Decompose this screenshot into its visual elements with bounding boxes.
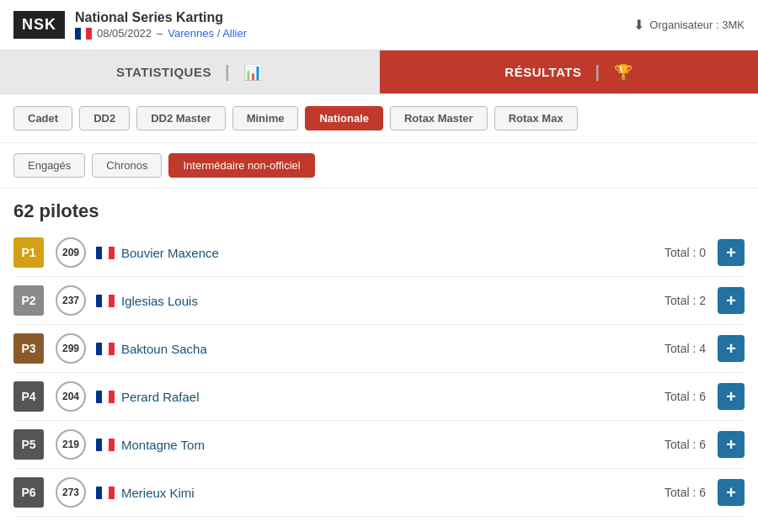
download-icon: ⬇ [633, 17, 644, 33]
pilot-flag [96, 391, 115, 403]
date-separator: – [157, 27, 163, 40]
statistiques-icon: 📊 [243, 63, 263, 82]
position-badge: P3 [13, 333, 44, 364]
expand-button[interactable]: + [718, 431, 745, 458]
result-row: P4204Perard RafaelTotal : 6+ [13, 373, 745, 421]
pipe-divider: | [225, 62, 230, 82]
expand-button[interactable]: + [718, 335, 745, 362]
header-left: NSK National Series Karting 08/05/2022 –… [13, 10, 247, 40]
result-row: P1209Bouvier MaxenceTotal : 0+ [13, 229, 745, 277]
bib-number: 237 [56, 285, 86, 316]
france-flag [75, 28, 92, 40]
organizer-label: Organisateur : 3MK [649, 19, 745, 31]
pilot-name: Montagne Tom [121, 438, 665, 452]
pilot-total: Total : 6 [665, 390, 706, 403]
result-row: P2237Iglesias LouisTotal : 2+ [13, 277, 745, 325]
pilot-total: Total : 4 [665, 342, 706, 355]
category-tab-minime[interactable]: Minime [232, 106, 299, 130]
nsk-logo: NSK [13, 11, 65, 39]
pilots-count: 62 pilotes [0, 189, 758, 229]
event-title: National Series Karting [75, 10, 247, 25]
bib-number: 219 [56, 429, 86, 460]
pilot-flag [96, 343, 115, 355]
event-info: National Series Karting 08/05/2022 – Var… [75, 10, 247, 40]
pilot-name: Bouvier Maxence [121, 246, 665, 260]
pilot-total: Total : 0 [665, 246, 706, 259]
category-tab-dd2[interactable]: DD2 [79, 106, 130, 130]
pilot-name: Merieux Kimi [121, 486, 665, 500]
bib-number: 209 [56, 237, 86, 268]
category-tab-nationale[interactable]: Nationale [305, 106, 383, 130]
category-tab-rotaxmaster[interactable]: Rotax Master [390, 106, 488, 130]
category-tabs: CadetDD2DD2 MasterMinimeNationaleRotax M… [0, 94, 758, 143]
sub-tab-intermediaire[interactable]: Intermédaire non-officiel [168, 153, 314, 178]
bib-number: 299 [56, 333, 86, 364]
pilot-name: Perard Rafael [121, 390, 665, 404]
expand-button[interactable]: + [718, 287, 745, 314]
result-row: P6273Merieux KimiTotal : 6+ [13, 469, 745, 517]
event-date: 08/05/2022 [97, 27, 152, 40]
pilot-total: Total : 2 [665, 294, 706, 307]
results-list: P1209Bouvier MaxenceTotal : 0+P2237Igles… [0, 229, 758, 517]
category-tab-dd2master[interactable]: DD2 Master [136, 106, 226, 130]
bib-number: 273 [56, 477, 86, 508]
pilot-flag [96, 487, 115, 499]
resultats-label: RÉSULTATS [504, 65, 581, 79]
pipe-divider-2: | [595, 62, 601, 82]
position-badge: P4 [13, 381, 44, 412]
pilot-flag [96, 295, 115, 307]
bib-number: 204 [56, 381, 86, 412]
position-badge: P1 [13, 237, 44, 268]
pilot-flag [96, 247, 115, 259]
position-badge: P6 [13, 477, 44, 508]
tab-resultats[interactable]: RÉSULTATS | 🏆 [380, 51, 759, 93]
main-tab-bar: STATISTIQUES | 📊 RÉSULTATS | 🏆 [0, 51, 758, 94]
pilot-name: Baktoun Sacha [121, 342, 665, 356]
result-row: P3299Baktoun SachaTotal : 4+ [13, 325, 745, 373]
position-badge: P2 [13, 285, 44, 316]
pilot-name: Iglesias Louis [121, 294, 665, 308]
result-row: P5219Montagne TomTotal : 6+ [13, 421, 745, 469]
category-tab-cadet[interactable]: Cadet [13, 106, 72, 130]
event-location-link[interactable]: Varennes / Allier [168, 27, 247, 40]
sub-tabs: EngagésChronosIntermédaire non-officiel [0, 143, 758, 189]
sub-tab-chronos[interactable]: Chronos [92, 153, 162, 178]
statistiques-label: STATISTIQUES [116, 65, 211, 79]
event-detail: 08/05/2022 – Varennes / Allier [75, 27, 247, 40]
position-badge: P5 [13, 429, 44, 460]
expand-button[interactable]: + [718, 479, 745, 506]
category-tab-rotaxmax[interactable]: Rotax Max [494, 106, 578, 130]
page-header: NSK National Series Karting 08/05/2022 –… [0, 0, 758, 51]
expand-button[interactable]: + [718, 383, 745, 410]
expand-button[interactable]: + [718, 239, 745, 266]
sub-tab-engages[interactable]: Engagés [13, 153, 85, 178]
resultats-icon: 🏆 [614, 63, 633, 82]
tab-statistiques[interactable]: STATISTIQUES | 📊 [0, 51, 380, 93]
pilot-total: Total : 6 [665, 486, 706, 499]
header-right: ⬇ Organisateur : 3MK [633, 17, 745, 33]
pilot-flag [96, 439, 115, 451]
pilot-total: Total : 6 [665, 438, 706, 451]
